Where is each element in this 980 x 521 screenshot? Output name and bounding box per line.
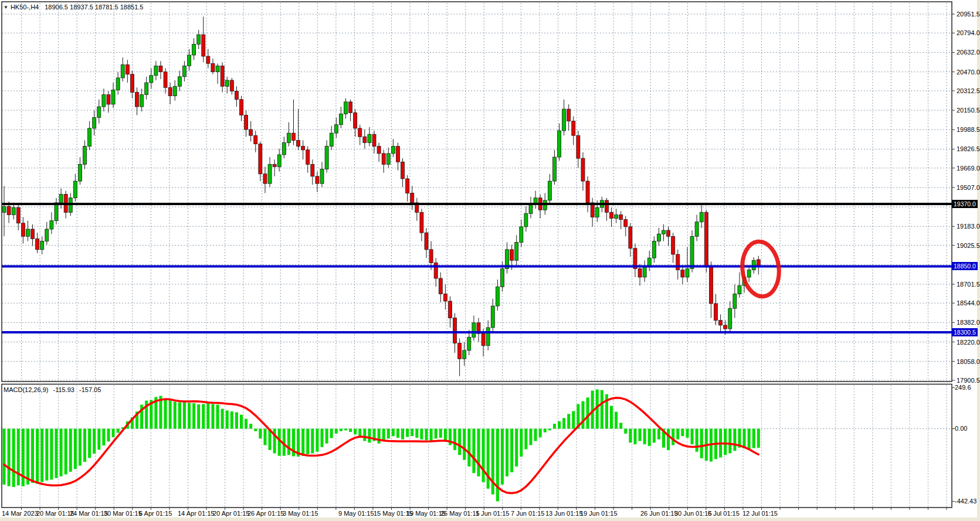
macd-histogram-bar xyxy=(453,429,456,450)
macd-histogram-bar xyxy=(117,429,120,433)
candle-body xyxy=(562,109,566,131)
macd-histogram-bar xyxy=(240,415,243,429)
candle-body xyxy=(116,78,120,90)
candle-body xyxy=(572,121,575,136)
macd-histogram-bar xyxy=(340,429,343,431)
candle-body xyxy=(306,150,310,165)
candle-body xyxy=(719,321,723,325)
time-axis[interactable] xyxy=(2,508,952,517)
candle-body xyxy=(615,214,618,218)
macd-histogram-bar xyxy=(235,412,238,428)
candle-body xyxy=(672,236,675,254)
macd-histogram-bar xyxy=(344,429,347,431)
macd-histogram-bar xyxy=(544,429,547,433)
candle-body xyxy=(747,270,751,277)
candle-body xyxy=(59,195,63,203)
candle-body xyxy=(135,92,139,107)
candle-body xyxy=(330,133,333,147)
candle-body xyxy=(686,269,689,277)
chart-title-bar: ▼ HK50-,H4 18906.5 18937.5 18781.5 18851… xyxy=(4,4,143,11)
macd-histogram-bar xyxy=(567,414,570,428)
candle-body xyxy=(382,154,385,164)
candle-body xyxy=(467,337,471,350)
candle-body xyxy=(78,164,82,181)
macd-histogram-bar xyxy=(639,429,642,441)
price-axis[interactable] xyxy=(952,2,978,508)
macd-histogram-bar xyxy=(107,429,110,442)
candle-body xyxy=(358,128,362,137)
macd-histogram-bar xyxy=(681,429,684,437)
candle-body xyxy=(529,204,533,213)
macd-histogram-bar xyxy=(534,429,537,441)
candle-body xyxy=(520,227,523,243)
macd-histogram-bar xyxy=(368,429,371,443)
macd-histogram-bar xyxy=(387,429,390,439)
candle-body xyxy=(69,198,72,213)
candle-body xyxy=(510,250,514,260)
macd-histogram-bar xyxy=(700,429,703,458)
macd-histogram-bar xyxy=(401,429,404,440)
macd-histogram-bar xyxy=(65,429,67,475)
candle-body xyxy=(647,258,651,266)
macd-histogram-bar xyxy=(221,409,224,429)
candle-body xyxy=(681,270,684,277)
macd-histogram-bar xyxy=(562,418,565,428)
macd-histogram-bar xyxy=(79,429,82,466)
candle-body xyxy=(619,214,623,219)
macd-histogram-bar xyxy=(83,429,86,462)
candle-body xyxy=(268,164,272,183)
candle-body xyxy=(245,115,248,130)
macd-histogram-bar xyxy=(93,429,96,454)
macd-histogram-bar xyxy=(36,429,39,484)
symbol-dropdown-icon[interactable]: ▼ xyxy=(4,4,8,11)
macd-histogram-bar xyxy=(529,429,532,445)
candle-body xyxy=(235,91,238,99)
macd-histogram-bar xyxy=(472,429,475,474)
ohlc-readout: 18906.5 18937.5 18781.5 18851.5 xyxy=(45,4,143,11)
mt4-chart-window: 20951.520794.020632.020470.020312.520150… xyxy=(0,0,980,521)
candle-body xyxy=(652,241,656,258)
candle-body xyxy=(377,147,381,154)
candle-body xyxy=(458,343,462,359)
macd-histogram-bar xyxy=(178,403,181,429)
candle-body xyxy=(73,181,77,198)
candle-body xyxy=(291,133,295,140)
candle-body xyxy=(259,144,262,174)
macd-histogram-bar xyxy=(425,429,428,441)
macd-histogram-bar xyxy=(259,429,262,439)
macd-histogram-bar xyxy=(245,419,247,429)
macd-histogram-bar xyxy=(458,429,461,455)
candle-body xyxy=(178,77,181,86)
candle-body xyxy=(472,323,476,338)
candle-body xyxy=(230,80,233,91)
candle-body xyxy=(130,74,134,93)
candle-body xyxy=(325,147,328,169)
macd-histogram-bar xyxy=(506,429,508,476)
candle-body xyxy=(173,86,177,96)
candle-body xyxy=(524,213,528,227)
candle-body xyxy=(396,147,399,162)
candle-body xyxy=(496,287,499,306)
macd-histogram-bar xyxy=(74,429,77,469)
macd-histogram-bar xyxy=(174,402,177,429)
macd-histogram-bar xyxy=(311,429,314,454)
candle-body xyxy=(605,200,608,212)
macd-histogram-bar xyxy=(301,429,304,456)
candle-body xyxy=(443,294,447,301)
macd-histogram-bar xyxy=(420,429,423,440)
chart-canvas[interactable]: 20951.520794.020632.020470.020312.520150… xyxy=(0,0,980,521)
macd-histogram-bar xyxy=(629,429,632,443)
candle-body xyxy=(581,158,585,181)
macd-histogram-bar xyxy=(330,429,333,438)
candle-body xyxy=(439,278,442,294)
candle-body xyxy=(709,266,713,304)
candle-body xyxy=(548,181,551,200)
macd-histogram-bar xyxy=(439,429,442,438)
candle-body xyxy=(154,66,158,75)
candle-body xyxy=(429,250,433,263)
macd-histogram-bar xyxy=(263,429,266,445)
macd-histogram-bar xyxy=(249,424,252,428)
candle-body xyxy=(567,109,571,121)
macd-histogram-bar xyxy=(206,403,209,428)
macd-histogram-bar xyxy=(88,429,91,458)
